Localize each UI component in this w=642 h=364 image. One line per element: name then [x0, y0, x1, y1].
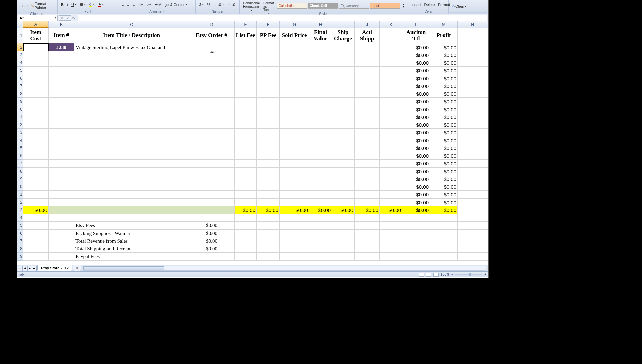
- cell-K10[interactable]: [380, 105, 402, 113]
- cell-H17[interactable]: [309, 160, 332, 168]
- cell-B27[interactable]: [49, 237, 74, 245]
- zoom-out-button[interactable]: −: [451, 273, 453, 276]
- cell-A25[interactable]: [23, 222, 49, 230]
- cell-G19[interactable]: [280, 175, 309, 183]
- cell-M5[interactable]: $0.00: [430, 67, 458, 74]
- cell-E7[interactable]: [235, 82, 257, 90]
- cell-K17[interactable]: [380, 160, 402, 168]
- cell-I18[interactable]: [332, 168, 355, 175]
- underline-button[interactable]: U▾: [70, 2, 78, 7]
- cell-E14[interactable]: [235, 136, 257, 144]
- cell-C13[interactable]: [74, 129, 189, 136]
- cell-N3[interactable]: [458, 51, 488, 59]
- cell-N12[interactable]: [458, 121, 488, 129]
- cell-K6[interactable]: [380, 74, 402, 82]
- cell-L23[interactable]: $0.00: [402, 206, 430, 214]
- cell-L16[interactable]: $0.00: [402, 152, 430, 160]
- cell-M16[interactable]: $0.00: [430, 152, 458, 160]
- cell-M14[interactable]: $0.00: [430, 136, 458, 144]
- cell-B21[interactable]: [49, 191, 74, 199]
- cell-L9[interactable]: $0.00: [402, 98, 430, 105]
- conditional-formatting-button[interactable]: Conditional Formatting▾: [242, 1, 261, 10]
- cell-H8[interactable]: [309, 90, 332, 98]
- cell-L2[interactable]: $0.00: [402, 43, 430, 51]
- cell-N9[interactable]: [458, 98, 488, 105]
- cell-C8[interactable]: [74, 90, 189, 98]
- column-header-H[interactable]: H: [309, 21, 332, 28]
- cell-A10[interactable]: [23, 105, 49, 113]
- cell-K16[interactable]: [380, 152, 402, 160]
- cell-H14[interactable]: [309, 136, 332, 144]
- cell-C26[interactable]: Packing Supplies - Walmart: [74, 230, 189, 237]
- cell-C17[interactable]: [74, 160, 189, 168]
- cell-G1[interactable]: Sold Price: [280, 28, 309, 43]
- row-header[interactable]: 9: [17, 98, 23, 105]
- cell-N4[interactable]: [458, 59, 488, 67]
- cell-I22[interactable]: [332, 199, 355, 206]
- cell-K11[interactable]: [380, 113, 402, 121]
- cell-H12[interactable]: [309, 121, 332, 129]
- comma-button[interactable]: ,: [212, 2, 216, 7]
- align-right-button[interactable]: ≡: [131, 2, 136, 7]
- row-header[interactable]: 6: [17, 74, 23, 82]
- cell-L22[interactable]: $0.00: [402, 199, 430, 206]
- cell-C10[interactable]: [74, 105, 189, 113]
- cell-G23[interactable]: $0.00: [280, 206, 309, 214]
- cell-B25[interactable]: [49, 222, 74, 230]
- cell-I2[interactable]: [332, 43, 355, 51]
- cell-C6[interactable]: [74, 74, 189, 82]
- view-pagebreak-button[interactable]: [433, 273, 439, 277]
- cell-I8[interactable]: [332, 90, 355, 98]
- row-header[interactable]: 6: [17, 230, 23, 237]
- cell-F11[interactable]: [257, 113, 280, 121]
- cell-K20[interactable]: [380, 183, 402, 191]
- cell-M25[interactable]: [430, 222, 458, 230]
- align-center-button[interactable]: ≡: [126, 2, 130, 7]
- row-header[interactable]: 7: [17, 82, 23, 90]
- cell-J11[interactable]: [355, 113, 380, 121]
- cell-J5[interactable]: [355, 67, 380, 74]
- cell-M24[interactable]: [430, 214, 458, 222]
- cell-N18[interactable]: [458, 168, 488, 175]
- cell-L28[interactable]: [402, 245, 430, 253]
- cell-I21[interactable]: [332, 191, 355, 199]
- select-all-corner[interactable]: [17, 21, 23, 28]
- cell-C18[interactable]: [74, 168, 189, 175]
- cell-F1[interactable]: PP Fee: [257, 28, 280, 43]
- cell-H19[interactable]: [309, 175, 332, 183]
- row-header[interactable]: 3: [17, 206, 23, 214]
- row-header[interactable]: 3: [17, 51, 23, 59]
- cell-I25[interactable]: [332, 222, 355, 230]
- decrease-decimal-button[interactable]: ←.0: [227, 2, 236, 7]
- cell-E19[interactable]: [235, 175, 257, 183]
- cell-N7[interactable]: [458, 82, 488, 90]
- cell-G28[interactable]: [280, 245, 309, 253]
- merge-center-button[interactable]: ⬌ Merge & Center▾: [153, 2, 188, 7]
- cell-D14[interactable]: [189, 136, 235, 144]
- cell-E15[interactable]: [235, 144, 257, 152]
- cell-M13[interactable]: $0.00: [430, 129, 458, 136]
- cell-G8[interactable]: [280, 90, 309, 98]
- cell-D22[interactable]: [189, 199, 235, 206]
- cell-G15[interactable]: [280, 144, 309, 152]
- cell-E2[interactable]: [235, 43, 257, 51]
- cell-K4[interactable]: [380, 59, 402, 67]
- delete-cells-button[interactable]: Delete: [423, 2, 436, 7]
- border-button[interactable]: ▦▾: [79, 2, 87, 7]
- cell-J7[interactable]: [355, 82, 380, 90]
- cell-G20[interactable]: [280, 183, 309, 191]
- align-left-button[interactable]: ≡: [120, 2, 125, 7]
- cell-L12[interactable]: $0.00: [402, 121, 430, 129]
- cell-A14[interactable]: [23, 136, 49, 144]
- row-header[interactable]: 4: [17, 214, 23, 222]
- cell-L4[interactable]: $0.00: [402, 59, 430, 67]
- cell-N19[interactable]: [458, 175, 488, 183]
- cell-L1[interactable]: Auciton Ttl: [402, 28, 430, 43]
- cell-H13[interactable]: [309, 129, 332, 136]
- cell-A28[interactable]: [23, 245, 49, 253]
- view-normal-button[interactable]: [419, 273, 424, 277]
- cell-K22[interactable]: [380, 199, 402, 206]
- cell-F9[interactable]: [257, 98, 280, 105]
- column-header-C[interactable]: C: [74, 21, 189, 28]
- cell-A24[interactable]: [23, 214, 49, 222]
